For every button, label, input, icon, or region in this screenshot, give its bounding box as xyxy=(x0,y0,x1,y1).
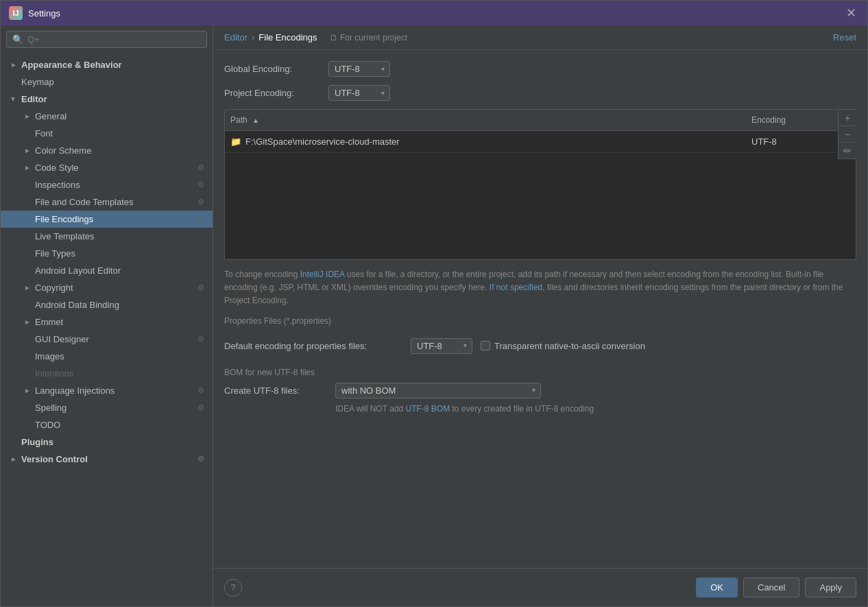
sidebar-item-intentions[interactable]: Intentions xyxy=(1,365,213,382)
properties-section: Properties Files (*.properties) Default … xyxy=(224,316,856,354)
expand-arrow: ► xyxy=(9,95,19,104)
global-encoding-row: Global Encoding: UTF-8 xyxy=(224,61,856,77)
sidebar-item-editor[interactable]: ► Editor xyxy=(1,91,213,108)
default-encoding-select-wrapper: UTF-8 xyxy=(411,338,472,354)
expand-arrow: ► xyxy=(9,60,19,70)
expand-arrow: ► xyxy=(23,112,32,121)
help-button[interactable]: ? xyxy=(224,579,242,597)
expand-arrow: ► xyxy=(9,455,19,464)
expand-arrow: ► xyxy=(23,318,32,327)
close-button[interactable]: ✕ xyxy=(843,5,859,21)
search-box[interactable]: 🔍 xyxy=(6,31,207,48)
reset-button[interactable]: Reset xyxy=(833,32,856,43)
search-input[interactable] xyxy=(27,34,201,45)
sidebar-item-file-types[interactable]: File Types xyxy=(1,245,213,262)
sidebar-item-plugins[interactable]: Plugins xyxy=(1,433,213,451)
settings-dialog: IJ Settings ✕ 🔍 ► Appearance & Behavior … xyxy=(0,0,868,607)
expand-arrow xyxy=(23,403,32,413)
dialog-title: Settings xyxy=(28,8,60,19)
sidebar-item-label: Inspections xyxy=(35,180,80,190)
encoding-table: Path ▲ Encoding 📁 F:\GitSpace\microservi… xyxy=(224,109,856,260)
sidebar-item-label: Copyright xyxy=(35,283,73,293)
sidebar-item-label: Plugins xyxy=(21,437,53,447)
main-content: Editor › File Encodings 🗋 For current pr… xyxy=(213,25,867,606)
project-encoding-row: Project Encoding: UTF-8 xyxy=(224,85,856,101)
sort-icon: ▲ xyxy=(252,117,259,124)
path-column-header: Path ▲ xyxy=(225,112,746,128)
sidebar-item-keymap[interactable]: Keymap xyxy=(1,73,213,91)
sidebar-item-label: Language Injections xyxy=(35,385,114,396)
default-encoding-select[interactable]: UTF-8 xyxy=(411,338,472,354)
table-header: Path ▲ Encoding xyxy=(225,110,856,131)
expand-arrow: ► xyxy=(23,386,32,396)
sidebar-item-todo[interactable]: TODO xyxy=(1,416,213,433)
sidebar-item-android-data-binding[interactable]: Android Data Binding xyxy=(1,296,213,313)
sidebar-item-gui-designer[interactable]: GUI Designer ⚙ xyxy=(1,331,213,348)
sidebar-item-emmet[interactable]: ► Emmet xyxy=(1,313,213,331)
sidebar-item-version-control[interactable]: ► Version Control ⚙ xyxy=(1,451,213,468)
expand-arrow: ► xyxy=(23,163,32,173)
dialog-footer: ? OK Cancel Apply xyxy=(213,568,867,606)
sidebar-item-label: GUI Designer xyxy=(35,334,89,344)
sidebar-item-label: Code Style xyxy=(35,163,79,173)
remove-row-button[interactable]: − xyxy=(839,126,856,143)
sidebar-item-label: TODO xyxy=(35,420,60,430)
app-icon: IJ xyxy=(9,6,23,20)
ok-button[interactable]: OK xyxy=(696,578,738,597)
sidebar-item-appearance[interactable]: ► Appearance & Behavior xyxy=(1,56,213,73)
folder-icon: 📁 xyxy=(230,136,241,147)
add-row-button[interactable]: + xyxy=(839,110,856,126)
sidebar-item-label: Android Layout Editor xyxy=(35,265,121,276)
sidebar-item-general[interactable]: ► General xyxy=(1,108,213,125)
sidebar-item-file-code-templates[interactable]: File and Code Templates ⚙ xyxy=(1,193,213,211)
global-encoding-select[interactable]: UTF-8 xyxy=(328,61,390,77)
global-encoding-label: Global Encoding: xyxy=(224,64,320,74)
expand-arrow: ► xyxy=(23,146,32,156)
settings-icon: ⚙ xyxy=(197,386,204,395)
sidebar-item-label: General xyxy=(35,111,67,121)
breadcrumb-current: File Encodings xyxy=(258,32,317,43)
cancel-button[interactable]: Cancel xyxy=(743,578,799,597)
sidebar-item-label: File Types xyxy=(35,248,75,259)
sidebar-item-images[interactable]: Images xyxy=(1,348,213,365)
title-bar-left: IJ Settings xyxy=(9,6,60,20)
dialog-body: 🔍 ► Appearance & Behavior Keymap ► Edito… xyxy=(1,25,867,606)
bom-select[interactable]: with NO BOM xyxy=(335,383,541,398)
sidebar-item-label: Intentions xyxy=(35,368,73,379)
utf8-bom-link: UTF-8 BOM xyxy=(405,404,450,414)
sidebar-item-android-layout[interactable]: Android Layout Editor xyxy=(1,262,213,279)
project-encoding-select[interactable]: UTF-8 xyxy=(328,85,390,101)
table-row[interactable]: 📁 F:\GitSpace\microservice-cloud-master … xyxy=(225,131,856,153)
breadcrumb-parent[interactable]: Editor xyxy=(224,32,248,43)
expand-arrow xyxy=(23,266,32,276)
project-encoding-label: Project Encoding: xyxy=(224,88,320,98)
apply-button[interactable]: Apply xyxy=(805,578,856,597)
transparent-checkbox[interactable] xyxy=(481,341,490,350)
breadcrumb-note: 🗋 For current project xyxy=(330,33,407,43)
bom-section-title: BOM for new UTF-8 files xyxy=(224,368,856,377)
sidebar-item-color-scheme[interactable]: ► Color Scheme xyxy=(1,142,213,159)
expand-arrow xyxy=(9,438,19,447)
sidebar-item-label: File and Code Templates xyxy=(35,197,134,207)
bom-row: Create UTF-8 files: with NO BOM xyxy=(224,383,856,398)
bom-section: BOM for new UTF-8 files Create UTF-8 fil… xyxy=(224,368,856,414)
sidebar-item-label: Color Scheme xyxy=(35,145,91,156)
expand-arrow xyxy=(23,232,32,241)
sidebar-item-file-encodings[interactable]: File Encodings ⚙ xyxy=(1,211,213,228)
sidebar-item-code-style[interactable]: ► Code Style ⚙ xyxy=(1,159,213,176)
default-encoding-prop-label: Default encoding for properties files: xyxy=(224,341,402,351)
edit-row-button[interactable]: ✏ xyxy=(839,143,856,159)
sidebar-item-copyright[interactable]: ► Copyright ⚙ xyxy=(1,279,213,296)
sidebar-item-spelling[interactable]: Spelling ⚙ xyxy=(1,399,213,416)
sidebar-item-label: Live Templates xyxy=(35,231,94,241)
settings-icon: ⚙ xyxy=(197,163,204,172)
expand-arrow xyxy=(23,249,32,259)
settings-icon: ⚙ xyxy=(197,215,204,224)
sidebar-item-font[interactable]: Font xyxy=(1,125,213,142)
sidebar-item-language-injections[interactable]: ► Language Injections ⚙ xyxy=(1,382,213,399)
expand-arrow: ► xyxy=(23,283,32,293)
settings-icon: ⚙ xyxy=(197,403,204,412)
sidebar-item-inspections[interactable]: Inspections ⚙ xyxy=(1,176,213,193)
sidebar-item-label: Editor xyxy=(21,94,47,104)
sidebar-item-live-templates[interactable]: Live Templates xyxy=(1,228,213,245)
